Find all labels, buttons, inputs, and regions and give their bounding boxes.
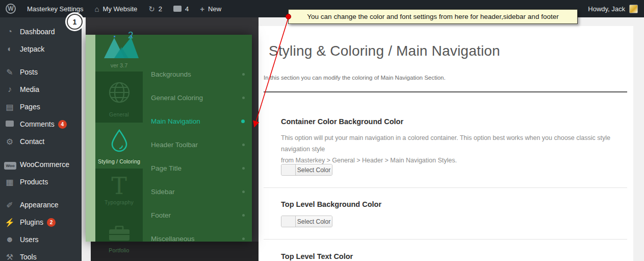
- dashboard-icon: ◔: [4, 27, 15, 36]
- submenu-label: Footer: [151, 211, 171, 219]
- sidebar-item-pages[interactable]: ▤ Pages: [0, 98, 82, 115]
- masterkey-settings-panel: ver 3.7 General: [86, 35, 252, 242]
- select-color-button[interactable]: Select Color: [296, 164, 332, 175]
- plugin-icon: ⚡: [4, 218, 15, 227]
- updates-menu[interactable]: ↻ 2: [143, 0, 168, 17]
- title-divider: [264, 91, 627, 92]
- sidebar-item-label: Products: [20, 178, 48, 186]
- bullet-dot-icon: [242, 97, 245, 99]
- home-icon: ⌂: [95, 5, 99, 13]
- wordpress-menu[interactable]: W: [0, 0, 21, 17]
- sidebar-item-contact[interactable]: ⚙ Contact: [0, 133, 82, 150]
- wp-admin-sidebar: ◔ Dashboard ◐ Jetpack ✎ Posts ♪ Media ▤ …: [0, 17, 82, 261]
- sidebar-item-appearance[interactable]: ✐ Appearance: [0, 196, 82, 213]
- container-color-picker[interactable]: Select Color: [281, 164, 332, 176]
- section-title-top-level-text: Top Level Text Color: [281, 252, 353, 260]
- bullet-dot-icon: [242, 238, 245, 240]
- new-menu[interactable]: + New: [194, 0, 227, 17]
- sidebar-item-comments[interactable]: Comments 4: [0, 115, 82, 133]
- tab-general[interactable]: General: [95, 72, 143, 123]
- submenu-label: Header Toolbar: [151, 141, 198, 149]
- submenu-item-sidebar[interactable]: Sidebar: [151, 187, 245, 196]
- comments-count: 4: [185, 5, 189, 13]
- color-swatch[interactable]: [281, 216, 296, 227]
- plus-icon: +: [200, 5, 204, 13]
- submenu-item-miscellaneous[interactable]: Miscellaneous: [151, 234, 245, 243]
- sidebar-item-label: Plugins: [20, 218, 43, 226]
- plugins-count-badge: 2: [47, 218, 56, 227]
- submenu-item-main-navigation[interactable]: Main Navigation: [151, 116, 245, 126]
- top-level-bg-color-picker[interactable]: Select Color: [281, 216, 332, 227]
- admin-bar-left: W Masterkey Settings ⌂ My Website ↻ 2 4 …: [0, 0, 227, 17]
- updates-count: 2: [159, 5, 162, 13]
- submenu-label: Main Navigation: [151, 117, 200, 125]
- submenu-item-page-title[interactable]: Page Title: [151, 163, 245, 173]
- typography-icon: T: [95, 174, 143, 198]
- masterkey-logo: ver 3.7: [95, 35, 143, 72]
- tab-styling-coloring[interactable]: Styling / Coloring: [95, 123, 143, 169]
- bullet-dot-icon: [242, 73, 245, 76]
- comments-count-badge: 4: [58, 120, 67, 129]
- tab-portfolio[interactable]: Portfolio: [95, 215, 143, 242]
- sidebar-item-plugins[interactable]: ⚡ Plugins 2: [0, 213, 82, 231]
- media-icon: ♪: [4, 85, 15, 94]
- sidebar-item-media[interactable]: ♪ Media: [0, 81, 82, 98]
- sidebar-item-label: WooCommerce: [20, 160, 69, 169]
- submenu-item-header-toolbar[interactable]: Header Toolbar: [151, 140, 245, 149]
- globe-icon: [108, 81, 131, 104]
- panel-submenu: Backgrounds General Coloring Main Naviga…: [143, 35, 252, 242]
- wordpress-logo-icon: W: [6, 4, 16, 14]
- sidebar-separator: [0, 191, 82, 196]
- my-website-menu[interactable]: ⌂ My Website: [89, 0, 143, 17]
- sidebar-item-jetpack[interactable]: ◐ Jetpack: [0, 40, 82, 58]
- annotation-step-1: 1: [67, 14, 83, 30]
- section-divider: [264, 239, 627, 240]
- pages-icon: ▤: [4, 102, 15, 112]
- sidebar-item-label: Dashboard: [20, 28, 55, 36]
- tab-portfolio-label: Portfolio: [95, 247, 143, 253]
- comments-icon: [4, 120, 15, 129]
- page-title: Styling & Coloring / Main Navigation: [269, 43, 500, 59]
- submenu-item-backgrounds[interactable]: Backgrounds: [151, 69, 245, 79]
- sidebar-separator: [0, 150, 82, 156]
- drop-icon: [110, 129, 129, 152]
- sidebar-item-woocommerce[interactable]: Woo WooCommerce: [0, 156, 82, 173]
- section-title-top-level-bg: Top Level Background Color: [281, 200, 381, 208]
- tab-styling-coloring-label: Styling / Coloring: [95, 158, 143, 164]
- annotation-tooltip: You can change the color and font settin…: [288, 9, 578, 24]
- woocommerce-icon: Woo: [4, 160, 15, 170]
- submenu-label: Page Title: [151, 164, 182, 172]
- annotation-step-2: 2: [128, 30, 134, 41]
- admin-bar-right: Howdy, Jack: [588, 5, 644, 13]
- panel-accent-strip: [86, 35, 95, 242]
- new-label: New: [208, 5, 221, 13]
- bullet-dot-icon: [242, 191, 245, 193]
- sidebar-item-products[interactable]: ▦ Products: [0, 173, 82, 191]
- tooltip-text: You can change the color and font settin…: [307, 13, 558, 20]
- tools-icon: ⚒: [4, 252, 15, 261]
- sidebar-item-label: Contact: [20, 137, 44, 146]
- submenu-label: General Coloring: [151, 94, 203, 102]
- description-line: This option will put your main navigatio…: [281, 132, 615, 155]
- jetpack-icon: ◐: [4, 44, 15, 54]
- comments-menu[interactable]: 4: [168, 0, 194, 17]
- submenu-item-general-coloring[interactable]: General Coloring: [151, 93, 245, 102]
- sidebar-item-users[interactable]: ☻ Users: [0, 231, 82, 248]
- sidebar-item-posts[interactable]: ✎ Posts: [0, 63, 82, 81]
- submenu-item-footer[interactable]: Footer: [151, 210, 245, 220]
- bullet-dot-icon: [242, 214, 245, 217]
- screen: W Masterkey Settings ⌂ My Website ↻ 2 4 …: [0, 0, 644, 261]
- page-subtitle: In this section you can modify the color…: [264, 75, 446, 81]
- user-avatar[interactable]: [629, 5, 638, 13]
- howdy-label[interactable]: Howdy, Jack: [588, 5, 625, 13]
- sidebar-separator: [0, 58, 82, 63]
- section-title-container-color: Container Color Background Color: [281, 117, 403, 126]
- panel-tab-column: ver 3.7 General: [95, 35, 143, 242]
- select-color-button[interactable]: Select Color: [296, 216, 332, 227]
- color-swatch[interactable]: [281, 164, 296, 175]
- tab-typography[interactable]: T Typography: [95, 169, 143, 215]
- gear-icon: ⚙: [4, 137, 15, 147]
- submenu-label: Miscellaneous: [151, 235, 195, 243]
- submenu-label: Backgrounds: [151, 70, 191, 78]
- sidebar-item-tools[interactable]: ⚒ Tools: [0, 248, 82, 261]
